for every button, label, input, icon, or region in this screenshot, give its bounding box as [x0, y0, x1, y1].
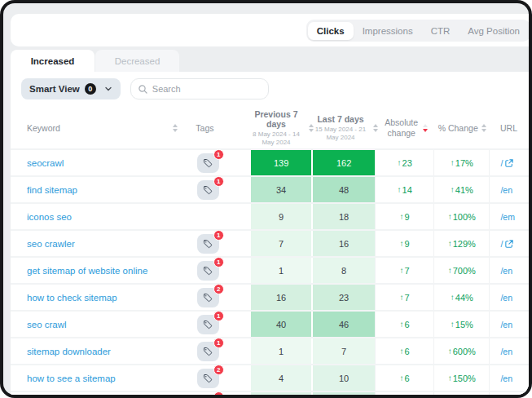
tag-count-badge: 1	[213, 257, 224, 268]
percent-change-cell: ↑600%	[433, 338, 489, 364]
smart-view-label: Smart View	[29, 84, 80, 94]
percent-change-cell: ↑41%	[433, 177, 489, 202]
url-cell: /em	[489, 204, 529, 229]
up-arrow-icon: ↑	[398, 185, 402, 194]
sort-icon-percent[interactable]	[481, 124, 486, 132]
tag-icon	[203, 239, 213, 249]
table-row: how to see a sitemap 2 4 10 ↑6 ↑150% /en	[11, 365, 529, 392]
tag-button[interactable]: 1	[197, 342, 219, 361]
tab-increased[interactable]: Increased	[11, 50, 95, 72]
last-value-cell: 23	[313, 285, 375, 310]
external-link-icon	[505, 240, 513, 248]
sort-icon-keyword[interactable]	[173, 124, 178, 132]
tag-icon	[203, 293, 213, 303]
keyword-link[interactable]: sitemap downloader	[27, 347, 111, 356]
url-link[interactable]: /en	[500, 293, 512, 303]
keyword-link[interactable]: get sitemap of website online	[27, 266, 147, 276]
tag-button[interactable]: 2	[197, 288, 219, 307]
previous-value-cell: 1	[251, 338, 313, 364]
tab-ctr[interactable]: CTR	[422, 22, 459, 40]
up-arrow-icon: ↑	[448, 374, 452, 383]
tag-button[interactable]: 1	[197, 234, 219, 254]
up-arrow-icon: ↑	[400, 293, 404, 302]
up-arrow-icon: ↑	[400, 347, 404, 356]
up-arrow-icon: ↑	[451, 185, 455, 194]
last-value-cell: 8	[313, 258, 375, 283]
url-link[interactable]: /en	[500, 185, 512, 195]
url-link[interactable]: /en	[500, 347, 512, 356]
keyword-link[interactable]: how to check sitemap	[27, 293, 117, 303]
percent-change-cell: ↑700%	[433, 258, 489, 283]
up-arrow-icon: ↑	[400, 374, 404, 383]
url-cell: /en	[489, 338, 529, 364]
last-value-cell	[313, 392, 375, 395]
previous-value-cell: 40	[251, 312, 313, 337]
url-link[interactable]: /en	[500, 374, 512, 383]
tag-button[interactable]: 1	[197, 261, 219, 281]
absolute-change-cell: ↑6	[375, 365, 433, 391]
keyword-link[interactable]: seocrawl	[27, 158, 64, 168]
tag-count-badge: 1	[213, 311, 224, 321]
percent-change-cell: ↑150%	[433, 365, 489, 391]
table-header: Keyword Tags Previous 7 days 8 May 2024 …	[11, 108, 529, 150]
tag-count-badge: 1	[213, 176, 224, 187]
previous-value-cell: 7	[251, 231, 313, 256]
tag-count-badge: 1	[213, 230, 224, 241]
tab-impressions[interactable]: Impressions	[354, 22, 422, 40]
tab-clicks[interactable]: Clicks	[308, 22, 354, 40]
tag-count-badge: 1	[213, 149, 224, 160]
url-link[interactable]: /	[500, 158, 513, 168]
previous-value-cell	[251, 392, 313, 395]
absolute-change-cell	[375, 392, 433, 395]
url-cell: /en	[489, 365, 529, 391]
content-panel: Smart View 0 Keyword Tags	[11, 72, 529, 395]
keyword-link[interactable]: find sitemap	[27, 185, 77, 195]
window-frame: Clicks Impressions CTR Avg Position Incr…	[0, 0, 532, 398]
tag-count-badge: 1	[213, 338, 224, 348]
last-value-cell: 7	[313, 338, 375, 364]
up-arrow-icon: ↑	[448, 347, 452, 356]
sort-icon-absolute-active[interactable]	[423, 124, 428, 132]
col-url-label: URL	[500, 123, 517, 133]
search-box[interactable]	[130, 78, 269, 100]
up-arrow-icon: ↑	[448, 212, 452, 221]
url-link[interactable]: /	[500, 239, 513, 249]
absolute-change-cell: ↑7	[375, 258, 433, 283]
up-arrow-icon: ↑	[400, 239, 404, 248]
table-row: seo crawl 1 40 46 ↑6 ↑15% /en	[11, 312, 529, 338]
url-link[interactable]: /en	[500, 320, 512, 329]
tab-decreased[interactable]: Decreased	[95, 50, 179, 72]
tag-button[interactable]: 1	[197, 180, 219, 200]
percent-change-cell: ↑100%	[433, 204, 489, 229]
url-link[interactable]: /en	[500, 266, 512, 276]
tab-avg-position[interactable]: Avg Position	[459, 22, 529, 40]
tag-button[interactable]: 1	[197, 153, 219, 173]
search-input[interactable]	[152, 84, 250, 94]
col-absolute-label: Absolute change	[384, 117, 420, 139]
smart-view-count-badge: 0	[85, 83, 96, 95]
url-cell: /	[489, 150, 529, 175]
table-row: get sitemap of website online 1 1 8 ↑7 ↑…	[11, 258, 529, 285]
last-value-cell: 16	[313, 231, 375, 256]
tag-button[interactable]: 2	[197, 369, 219, 388]
up-arrow-icon: ↑	[448, 266, 452, 275]
tag-icon	[203, 374, 213, 383]
table-row: seocrawl 1 139 162 ↑23 ↑17% /	[11, 150, 529, 177]
keyword-link[interactable]: seo crawler	[27, 239, 75, 249]
up-arrow-icon: ↑	[448, 239, 452, 248]
up-arrow-icon: ↑	[398, 158, 402, 167]
tag-button[interactable]: 1	[197, 315, 219, 334]
absolute-change-cell: ↑6	[375, 312, 433, 337]
last-value-cell: 18	[313, 204, 375, 229]
chevron-down-icon	[104, 85, 112, 93]
keyword-link[interactable]: iconos seo	[27, 212, 72, 222]
url-cell: /en	[489, 258, 529, 283]
table-row: iconos seo 9 18 ↑9 ↑100% /em	[11, 204, 529, 231]
keyword-link[interactable]: seo crawl	[27, 320, 67, 329]
up-arrow-icon: ↑	[451, 320, 455, 329]
url-link[interactable]: /em	[500, 212, 515, 222]
smart-view-dropdown[interactable]: Smart View 0	[21, 78, 121, 100]
previous-value-cell: 1	[251, 258, 313, 283]
tag-count-badge	[213, 391, 224, 396]
keyword-link[interactable]: how to see a sitemap	[27, 374, 116, 383]
